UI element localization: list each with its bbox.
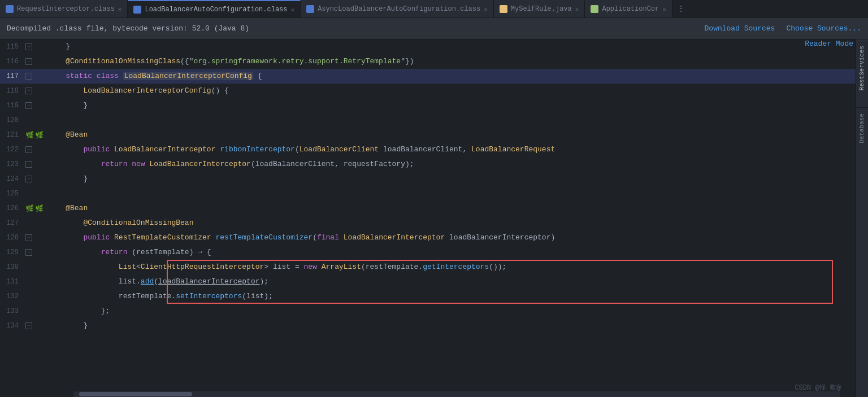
line-code-133: }; (48, 304, 861, 319)
line-num-116: 116 (0, 58, 25, 66)
line-icons-118: − (25, 88, 48, 94)
line-num-126: 126 (0, 204, 25, 212)
tab-close-2[interactable]: ✕ (484, 6, 488, 13)
tab-overflow[interactable]: ⋮ (672, 0, 689, 18)
line-num-127: 127 (0, 219, 25, 227)
tab-label-3: AsyncLoadBalancerAutoConfiguration.class (318, 5, 480, 13)
line-code-115: } (48, 40, 861, 54)
tab-icon-blue3 (306, 5, 314, 13)
code-line-119: 119 − } (0, 98, 861, 113)
line-num-122: 122 (0, 146, 25, 154)
tab-icon-blue2 (133, 6, 141, 14)
line-code-121: @Bean (48, 128, 861, 142)
code-line-115: 115 − } (0, 40, 861, 54)
code-line-123: 123 − return new LoadBalancerInterceptor… (0, 157, 861, 172)
fold-icon-134[interactable]: − (25, 322, 32, 329)
code-line-132: 132 restTemplate.setInterceptors(list); (0, 289, 861, 304)
tab-close-1[interactable]: ✕ (291, 6, 295, 14)
tab-icon-green (591, 5, 598, 13)
fold-icon-128[interactable]: − (25, 234, 32, 241)
line-num-134: 134 (0, 322, 25, 330)
tab-loadbalancer-auto[interactable]: LoadBalancerAutoConfiguration.class ✕ (128, 0, 301, 18)
line-num-118: 118 (0, 87, 25, 95)
line-icons-116: − (25, 58, 48, 65)
fold-icon-117[interactable]: − (25, 73, 32, 80)
line-icons-123: − (25, 161, 48, 168)
line-code-134: } (48, 319, 861, 333)
line-code-119: } (48, 98, 861, 113)
right-panel-restservices[interactable]: RestServices (856, 40, 868, 96)
fold-icon-124[interactable]: − (25, 176, 32, 182)
line-icons-115: − (25, 43, 48, 50)
line-icons-128: − (25, 234, 48, 241)
tab-applicationcor[interactable]: ApplicationCor ✕ (585, 0, 672, 18)
code-line-124: 124 − } (0, 172, 861, 186)
fold-icon-122[interactable]: − (25, 146, 32, 153)
tab-requestinterceptor[interactable]: RequestInterceptor.class ✕ (0, 0, 128, 18)
line-num-120: 120 (0, 116, 25, 124)
tab-label-5: ApplicationCor (602, 5, 659, 13)
tab-icon-blue (6, 5, 14, 13)
reader-mode-button[interactable]: Reader Mode (805, 40, 853, 48)
banner-actions: Download Sources Choose Sources... (705, 24, 861, 33)
code-line-128: 128 − public RestTemplateCustomizer rest… (0, 230, 861, 245)
tab-close-0[interactable]: ✕ (118, 6, 122, 13)
line-icons-117: − (25, 73, 48, 80)
fold-icon-118[interactable]: − (25, 88, 32, 94)
line-icons-121: 🌿 🌿 (25, 131, 48, 139)
choose-sources-link[interactable]: Choose Sources... (786, 24, 861, 33)
leaf-icon-121a: 🌿 (25, 131, 34, 139)
banner-text: Decompiled .class file, bytecode version… (7, 24, 249, 33)
line-num-123: 123 (0, 160, 25, 168)
line-num-129: 129 (0, 248, 25, 256)
fold-icon-116[interactable]: − (25, 58, 32, 65)
line-icons-126: 🌿 🌿 (25, 204, 48, 213)
line-num-125: 125 (0, 190, 25, 198)
line-code-118: LoadBalancerInterceptorConfig() { (48, 84, 861, 98)
tab-close-3[interactable]: ✕ (575, 6, 579, 13)
code-line-122: 122 − public LoadBalancerInterceptor rib… (0, 142, 861, 157)
fold-icon-123[interactable]: − (25, 161, 32, 168)
right-panel-database[interactable]: Database (856, 107, 868, 149)
code-line-120: 120 (0, 113, 861, 128)
code-line-126: 126 🌿 🌿 @Bean (0, 201, 861, 216)
tab-label-active: LoadBalancerAutoConfiguration.class (145, 6, 287, 14)
line-code-116: @ConditionalOnMissingClass({"org.springf… (48, 54, 861, 69)
code-line-121: 121 🌿 🌿 @Bean (0, 128, 861, 142)
tab-icon-orange (500, 5, 507, 13)
leaf-icon-126b: 🌿 (35, 204, 44, 213)
code-line-116: 116 − @ConditionalOnMissingClass({"org.s… (0, 54, 861, 69)
line-num-119: 119 (0, 102, 25, 110)
line-icons-119: − (25, 102, 48, 109)
line-num-117: 117 (0, 72, 25, 80)
tab-async-loadbalancer[interactable]: AsyncLoadBalancerAutoConfiguration.class… (301, 0, 494, 18)
download-sources-link[interactable]: Download Sources (705, 24, 775, 33)
code-line-127: 127 @ConditionalOnMissingBean (0, 216, 861, 230)
line-code-131: list.add(loadBalancerInterceptor); (48, 274, 861, 289)
leaf-icon-121b: 🌿 (35, 131, 44, 139)
line-code-125 (48, 186, 861, 201)
line-code-128: public RestTemplateCustomizer restTempla… (48, 230, 861, 245)
code-line-118: 118 − LoadBalancerInterceptorConfig() { (0, 84, 861, 98)
line-code-123: return new LoadBalancerInterceptor(loadB… (48, 157, 861, 172)
code-line-129: 129 − return (restTemplate) → { (0, 245, 861, 260)
tab-label-4: MySelfRule.java (511, 5, 572, 13)
tab-myselfrule[interactable]: MySelfRule.java ✕ (494, 0, 585, 18)
decompiled-banner: Decompiled .class file, bytecode version… (0, 18, 868, 40)
fold-icon-115[interactable]: − (25, 43, 32, 50)
fold-icon-129[interactable]: − (25, 249, 32, 256)
line-icons-134: − (25, 322, 48, 329)
watermark: CSDN @怪 咖@ (795, 383, 841, 392)
h-scrollbar-thumb[interactable] (79, 392, 192, 396)
line-code-124: } (48, 172, 861, 186)
line-icons-129: − (25, 249, 48, 256)
leaf-icon-126a: 🌿 (25, 204, 34, 213)
line-num-130: 130 (0, 263, 25, 271)
line-num-124: 124 (0, 175, 25, 183)
tab-close-4[interactable]: ✕ (662, 6, 666, 13)
code-area: 115 − } 116 − @ConditionalOnMissingClass… (0, 40, 868, 397)
fold-icon-119[interactable]: − (25, 102, 32, 109)
line-num-132: 132 (0, 293, 25, 300)
horizontal-scrollbar[interactable] (73, 391, 840, 397)
code-line-134: 134 − } (0, 319, 861, 333)
